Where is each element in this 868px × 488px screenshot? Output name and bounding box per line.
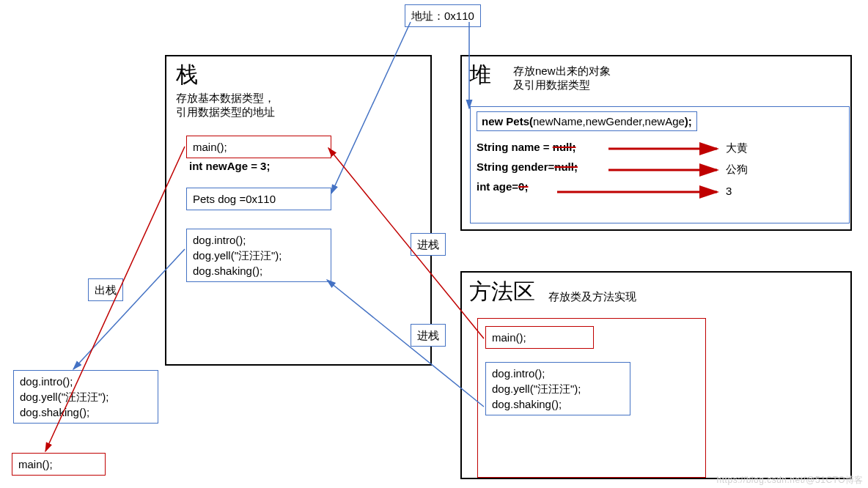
stack-dogshaking: dog.shaking(); (193, 265, 262, 277)
methodarea-dogyell: dog.yell("汪汪汪"); (492, 382, 581, 395)
address-box: 地址：0x110 (405, 4, 481, 27)
stack-main-box: main(); (186, 136, 331, 158)
heap-newpets-box: new Pets(newName,newGender,newAge); (477, 111, 697, 131)
heap-age-new: 3 (726, 185, 732, 197)
methodarea-dogcalls-box: dog.intro(); dog.yell("汪汪汪"); dog.shakin… (485, 362, 630, 415)
heap-gender-new: 公狗 (726, 163, 748, 177)
stack-dogcalls-box: dog.intro(); dog.yell("汪汪汪"); dog.shakin… (186, 229, 331, 282)
heap-sub2: 及引用数据类型 (513, 78, 590, 91)
address-text: 地址：0x110 (411, 10, 474, 22)
heap-newpets-suffix: ); (685, 115, 692, 127)
push-stack-label-1: 进栈 (411, 233, 446, 256)
outside-dogcalls-box: dog.intro(); dog.yell("汪汪汪"); dog.shakin… (13, 370, 158, 424)
heap-age-old: 0; (518, 180, 528, 193)
stack-title: 栈 (176, 62, 198, 86)
stack-dogintro: dog.intro(); (193, 234, 246, 246)
push-stack-1-text: 进栈 (417, 238, 439, 251)
heap-name-new: 大黄 (726, 141, 748, 155)
heap-newpets-prefix: new Pets( (482, 115, 533, 127)
methodarea-dogintro: dog.intro(); (492, 367, 545, 380)
push-stack-2-text: 进栈 (417, 329, 439, 341)
out-stack-label: 出栈 (88, 278, 123, 301)
out-dogintro: dog.intro(); (20, 375, 73, 388)
heap-name-old: null; (553, 141, 576, 153)
methodarea-main-text: main(); (492, 331, 526, 344)
stack-newage: int newAge = 3; (189, 160, 270, 172)
push-stack-label-2: 进栈 (411, 324, 446, 347)
heap-title: 堆 (469, 62, 491, 86)
stack-petsdog-text: Pets dog =0x110 (193, 193, 276, 205)
stack-petsdog-box: Pets dog =0x110 (186, 188, 331, 210)
heap-newpets-args: newName,newGender,newAge (533, 115, 685, 127)
stack-main-text: main(); (193, 141, 227, 153)
methodarea-container: main(); dog.intro(); dog.yell("汪汪汪"); do… (477, 318, 706, 478)
watermark: https://blog.csdn.net/@51CTO博客 (717, 474, 864, 487)
out-dogyell: dog.yell("汪汪汪"); (20, 391, 109, 403)
heap-object-box: new Pets(newName,newGender,newAge); Stri… (470, 106, 850, 223)
heap-gender-old: null; (554, 160, 578, 173)
methodarea-dogshaking: dog.shaking(); (492, 398, 562, 410)
methodarea-main-box: main(); (485, 326, 594, 349)
heap-sub1: 存放new出来的对象 (513, 64, 611, 77)
stack-dogyell: dog.yell("汪汪汪"); (193, 249, 282, 262)
out-main-text: main(); (18, 458, 53, 470)
outside-main-box: main(); (12, 453, 106, 476)
stack-subtitle-1: 存放基本数据类型， (176, 92, 275, 104)
out-stack-text: 出栈 (95, 284, 117, 296)
methodarea-title: 方法区 (469, 279, 535, 303)
stack-subtitle-2: 引用数据类型的地址 (176, 106, 275, 118)
methodarea-sub: 存放类及方法实现 (548, 290, 636, 303)
heap-name-label: String name = (477, 141, 553, 153)
heap-gender-label: String gender= (477, 160, 554, 173)
heap-age-label: int age= (477, 180, 518, 193)
out-dogshaking: dog.shaking(); (20, 406, 89, 418)
